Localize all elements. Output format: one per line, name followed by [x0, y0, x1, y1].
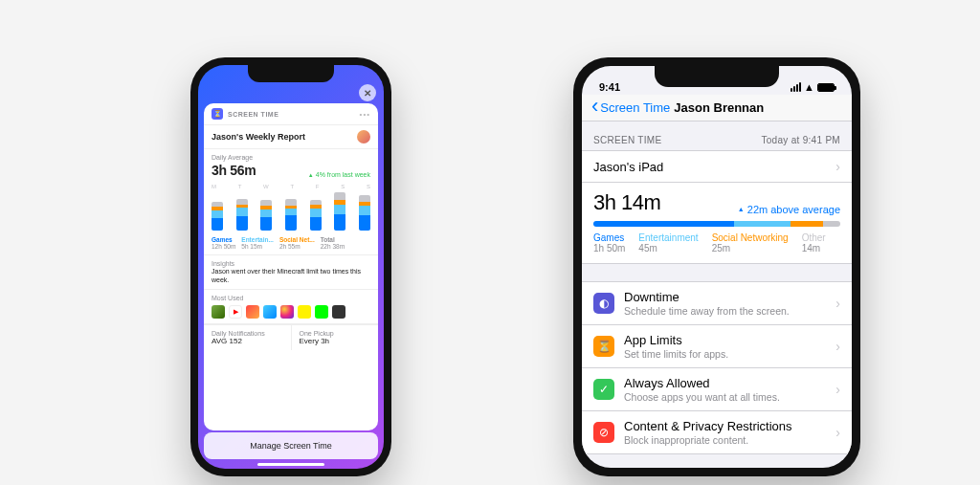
card-app-name: SCREEN TIME	[228, 111, 278, 118]
delta-label: 22m above average	[738, 204, 840, 215]
settings-row[interactable]: ◐ Downtime Schedule time away from the s…	[582, 281, 852, 325]
iphone-frame-left: ✕ ⏳ SCREEN TIME ••• Jason's Weekly Repor…	[190, 57, 391, 476]
battery-icon	[817, 83, 835, 92]
setting-icon: ⏳	[593, 336, 614, 357]
daily-average-block: Daily Average 3h 56m 4% from last week M…	[204, 149, 378, 255]
app-icon	[315, 305, 328, 319]
setting-icon: ⊘	[593, 422, 614, 443]
bar	[212, 202, 223, 231]
section-header: SCREEN TIME Today at 9:41 PM	[582, 121, 852, 150]
usage-bars	[212, 192, 370, 231]
notif-label: Daily Notifications	[212, 330, 283, 337]
pickup-label: One Pickup	[300, 330, 371, 337]
weekly-report-card: ⏳ SCREEN TIME ••• Jason's Weekly Report …	[204, 103, 378, 430]
card-header: ⏳ SCREEN TIME •••	[204, 103, 378, 125]
total-time: 3h 14m	[593, 190, 660, 215]
setting-title: Content & Privacy Restrictions	[624, 419, 792, 433]
avatar	[357, 130, 370, 143]
setting-subtitle: Schedule time away from the screen.	[624, 305, 790, 317]
app-icon	[229, 305, 242, 319]
app-icon	[298, 305, 311, 319]
most-used-label: Most Used	[212, 295, 370, 301]
notif-value: AVG 152	[212, 337, 283, 345]
setting-icon: ✓	[593, 379, 614, 400]
screen-right: 9:41 ▲ Screen Time Jason Brennan SCREEN …	[582, 66, 852, 468]
notch	[248, 65, 334, 82]
chevron-right-icon: ›	[835, 339, 840, 354]
section-label: SCREEN TIME	[593, 135, 661, 145]
status-time: 9:41	[599, 81, 620, 93]
more-icon[interactable]: •••	[360, 110, 370, 119]
daily-avg-value: 3h 56m	[212, 163, 256, 178]
category-bar	[593, 221, 840, 227]
bar	[236, 199, 248, 231]
app-icon	[280, 305, 294, 319]
category-legend: Games12h 50mEntertain...5h 15mSocial Net…	[212, 236, 370, 250]
setting-subtitle: Choose apps you want at all times.	[624, 391, 780, 403]
setting-title: Downtime	[624, 290, 790, 304]
bar	[285, 199, 297, 231]
nav-bar: Screen Time Jason Brennan	[582, 95, 852, 121]
wifi-icon: ▲	[804, 81, 814, 93]
report-title: Jason's Weekly Report	[212, 132, 305, 142]
category-legend: Games1h 50mEntertainment45mSocial Networ…	[593, 232, 840, 254]
insights-label: Insights	[212, 260, 370, 267]
setting-subtitle: Block inappropriate content.	[624, 434, 792, 446]
section-time: Today at 9:41 PM	[761, 135, 840, 145]
insights-block: Insights Jason went over their Minecraft…	[204, 255, 378, 290]
close-icon[interactable]: ✕	[359, 84, 376, 101]
daily-avg-label: Daily Average	[212, 154, 370, 161]
chevron-right-icon: ›	[835, 296, 840, 311]
insights-text: Jason went over their Minecraft limit tw…	[212, 267, 370, 284]
delta-label: 4% from last week	[308, 171, 370, 178]
app-icon	[332, 305, 345, 319]
nav-title: Jason Brennan	[674, 100, 764, 115]
setting-title: Always Allowed	[624, 376, 780, 390]
setting-subtitle: Set time limits for apps.	[624, 348, 728, 360]
settings-row[interactable]: ⏳ App Limits Set time limits for apps. ›	[582, 325, 852, 368]
pickup-value: Every 3h	[300, 337, 371, 345]
settings-row[interactable]: ⊘ Content & Privacy Restrictions Block i…	[582, 411, 852, 454]
bar	[310, 200, 322, 231]
iphone-frame-right: 9:41 ▲ Screen Time Jason Brennan SCREEN …	[573, 57, 860, 476]
back-button[interactable]: Screen Time	[591, 100, 670, 115]
summary-block[interactable]: 3h 14m 22m above average Games1h 50mEnte…	[582, 183, 852, 264]
device-name: Jason's iPad	[593, 160, 663, 174]
bar	[260, 200, 272, 231]
bar	[359, 195, 370, 231]
cellular-icon	[791, 82, 801, 92]
setting-icon: ◐	[593, 293, 614, 314]
home-indicator[interactable]	[257, 463, 324, 466]
notch	[655, 66, 779, 87]
device-row[interactable]: Jason's iPad ›	[582, 150, 852, 183]
bar	[334, 192, 345, 231]
app-icon	[212, 305, 225, 319]
report-title-row: Jason's Weekly Report	[204, 125, 378, 149]
settings-group: ◐ Downtime Schedule time away from the s…	[582, 281, 852, 454]
app-icon	[246, 305, 259, 319]
app-icon	[263, 305, 277, 319]
chevron-right-icon: ›	[835, 425, 840, 440]
day-labels: MTWTFSS	[212, 184, 370, 189]
screentime-icon: ⏳	[212, 108, 223, 120]
chevron-right-icon: ›	[835, 159, 840, 174]
stats-row: Daily Notifications AVG 152 One Pickup E…	[204, 324, 378, 350]
settings-row[interactable]: ✓ Always Allowed Choose apps you want at…	[582, 368, 852, 411]
manage-button[interactable]: Manage Screen Time	[204, 432, 378, 459]
setting-title: App Limits	[624, 333, 728, 347]
screen-left: ✕ ⏳ SCREEN TIME ••• Jason's Weekly Repor…	[198, 65, 384, 469]
chevron-right-icon: ›	[835, 382, 840, 397]
most-used-block: Most Used	[204, 290, 378, 324]
